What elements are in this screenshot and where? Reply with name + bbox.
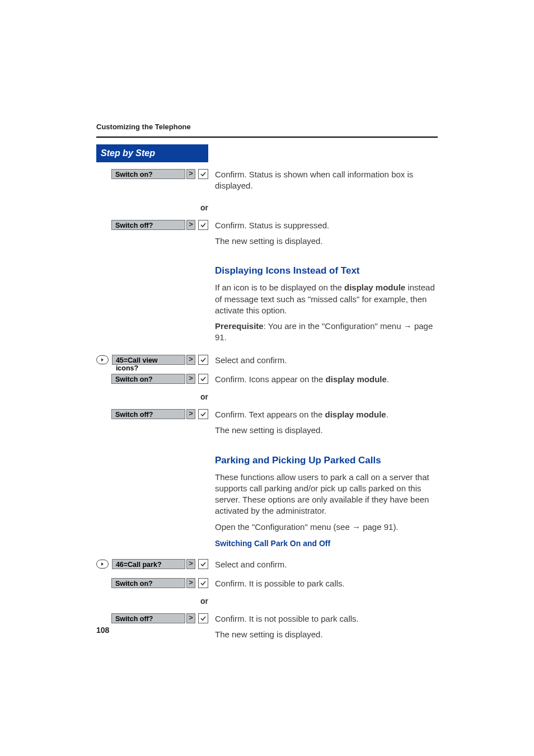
- text-open-config: Open the "Configuration" menu (see page …: [215, 522, 438, 533]
- text-new-setting-3: The new setting is displayed.: [215, 629, 438, 640]
- text-confirm-off-1: Confirm. Status is suppressed.: [215, 220, 438, 231]
- text-fragment: .: [387, 374, 389, 384]
- text-fragment: : You are in the "Configuration" menu: [264, 321, 404, 331]
- section-title-icons: Displaying Icons Instead of Text: [215, 265, 438, 278]
- section-title-parking: Parking and Picking Up Parked Calls: [215, 454, 438, 467]
- step-by-step-header: Step by Step: [96, 144, 208, 162]
- menu-gt-icon: >: [186, 220, 195, 230]
- menu-gt-icon: >: [186, 374, 195, 384]
- menu-switch-off-1: Switch off?: [111, 220, 185, 230]
- text-fragment: Confirm. Text appears on the: [215, 410, 325, 419]
- or-label: or: [200, 203, 208, 213]
- menu-gt-icon: >: [186, 169, 195, 179]
- sub-title-call-park: Switching Call Park On and Off: [215, 538, 438, 549]
- check-icon: [198, 220, 208, 230]
- menu-gt-icon: >: [186, 559, 195, 569]
- text-new-setting-2: The new setting is displayed.: [215, 425, 438, 436]
- check-icon: [198, 578, 208, 588]
- or-label: or: [200, 392, 208, 402]
- text-select-confirm-2: Select and confirm.: [215, 355, 438, 366]
- text-select-confirm-3: Select and confirm.: [215, 559, 438, 570]
- running-head: Customizing the Telephone: [96, 122, 438, 138]
- running-head-title: Customizing the Telephone: [96, 122, 438, 135]
- menu-switch-on-1: Switch on?: [111, 169, 185, 179]
- menu-gt-icon: >: [186, 409, 195, 419]
- check-icon: [198, 613, 208, 623]
- bold-display-module: display module: [344, 283, 405, 292]
- nav-key-icon: [96, 560, 109, 569]
- menu-switch-on-2: Switch on?: [111, 374, 185, 384]
- bold-prerequisite: Prerequisite: [215, 321, 264, 331]
- text-confirm-off-2: Confirm. Text appears on the display mod…: [215, 409, 438, 420]
- bold-display-module: display module: [326, 374, 387, 384]
- nav-key-icon: [96, 355, 109, 364]
- menu-call-park: 46=Call park?: [112, 559, 185, 569]
- text-confirm-on-1: Confirm. Status is shown when call infor…: [215, 169, 438, 192]
- running-head-rule: [96, 137, 438, 138]
- text-prereq: Prerequisite: You are in the "Configurat…: [215, 321, 438, 344]
- page-ref: page 91: [352, 522, 393, 532]
- text-fragment: If an icon is to be displayed on the: [215, 283, 344, 292]
- check-icon: [198, 169, 208, 179]
- check-icon: [198, 409, 208, 419]
- menu-gt-icon: >: [186, 613, 195, 623]
- bold-display-module: display module: [325, 410, 386, 419]
- check-icon: [198, 355, 208, 365]
- menu-switch-off-3: Switch off?: [111, 613, 185, 623]
- menu-gt-icon: >: [186, 578, 195, 588]
- menu-switch-on-3: Switch on?: [111, 578, 185, 588]
- check-icon: [198, 559, 208, 569]
- text-fragment: .: [386, 410, 388, 419]
- text-icons-intro: If an icon is to be displayed on the dis…: [215, 282, 438, 316]
- text-fragment: Confirm. Icons appear on the: [215, 374, 326, 384]
- text-new-setting-1: The new setting is displayed.: [215, 236, 438, 247]
- text-fragment: Open the "Configuration" menu (see: [215, 522, 352, 532]
- text-confirm-on-3: Confirm. It is possible to park calls.: [215, 578, 438, 589]
- text-parking-intro: These functions allow users to park a ca…: [215, 472, 438, 517]
- menu-switch-off-2: Switch off?: [111, 409, 185, 419]
- check-icon: [198, 374, 208, 384]
- page-number: 108: [96, 625, 109, 636]
- text-fragment: ).: [393, 522, 398, 532]
- text-confirm-off-3: Confirm. It is not possible to park call…: [215, 613, 438, 624]
- text-confirm-on-2: Confirm. Icons appear on the display mod…: [215, 374, 438, 385]
- menu-call-view-icons: 45=Call view icons?: [112, 355, 185, 365]
- menu-gt-icon: >: [186, 355, 195, 365]
- or-label: or: [200, 596, 208, 607]
